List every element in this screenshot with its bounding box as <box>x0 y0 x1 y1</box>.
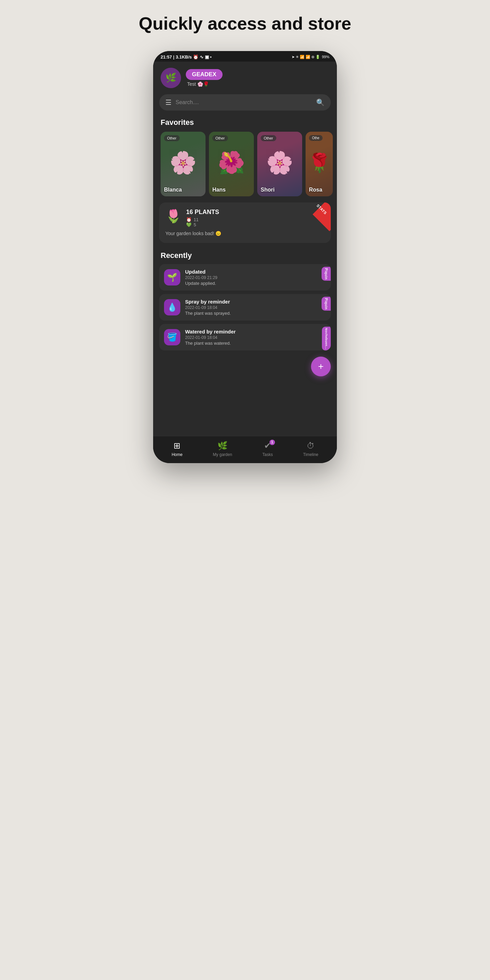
activity-plant-nochebuena: Nochebuen... <box>322 327 331 350</box>
home-icon: ⊞ <box>173 441 180 450</box>
fav-badge-hans: Other <box>212 135 228 141</box>
stats-heart-row: 💚 5 <box>186 222 219 227</box>
activity-item-watered[interactable]: 🪣 Watered by reminder 2022-01-09 18:04 T… <box>159 324 331 350</box>
activity-action-watered: Watered by reminder <box>185 329 326 334</box>
timeline-icon: ⏱ <box>307 441 315 450</box>
fav-name-shori: Shori <box>261 187 275 193</box>
activity-date-watered: 2022-01-09 18:04 <box>185 335 326 340</box>
tasks-badge: 1 <box>269 440 275 445</box>
activity-desc-updated: Update applied. <box>185 281 326 286</box>
activity-icon-spray: 💧 <box>164 299 180 315</box>
page-headline: Quickly access and store <box>139 14 351 34</box>
activity-icon-watered: 🪣 <box>164 329 180 345</box>
nav-label-garden: My garden <box>213 452 232 457</box>
add-button[interactable]: + <box>311 356 331 376</box>
activity-body-watered: Watered by reminder 2022-01-09 18:04 The… <box>185 329 326 346</box>
fav-card-blanca[interactable]: Other Blanca <box>161 132 205 196</box>
fav-name-rosa: Rosa <box>309 187 322 193</box>
menu-icon[interactable]: ☰ <box>165 98 172 107</box>
activity-desc-spray: The plant was sprayed. <box>185 311 326 316</box>
favorites-scroll: Other Blanca Other Hans Other Shori <box>153 132 337 196</box>
activity-date-spray: 2022-01-09 18:04 <box>185 305 326 310</box>
stats-info: 16 PLANTS ⏰ 11 💚 5 <box>186 208 219 227</box>
stats-top: 🌷 16 PLANTS ⏰ 11 💚 5 <box>165 208 325 227</box>
nav-label-home: Home <box>172 452 182 457</box>
nav-item-timeline[interactable]: ⏱ Timeline <box>303 441 318 457</box>
search-bar[interactable]: ☰ Search.... 🔍 <box>159 94 331 111</box>
app-content: 🌿 GEADEX Test 🌸🌹 ☰ Search.... 🔍 Favorite… <box>153 62 337 436</box>
app-header: 🌿 GEADEX Test 🌸🌹 <box>153 62 337 93</box>
activity-item-spray[interactable]: 💧 Spray by reminder 2022-01-09 18:04 The… <box>159 294 331 321</box>
search-input[interactable]: Search.... <box>176 99 312 105</box>
fav-card-rosa[interactable]: Othe Rosa <box>305 132 333 196</box>
phone-shell: 21:57 | 3.1KB/s ⏰ ∿ ▣ ▪ ➤ ✳ 📶 📶 ⊛ 🔋 99% … <box>153 51 337 463</box>
activity-plant-piquin-2: Piquin <box>321 297 331 311</box>
recently-title: Recently <box>153 245 337 264</box>
activity-desc-watered: The plant was watered. <box>185 340 326 346</box>
stats-alarm-row: ⏰ 11 <box>186 217 219 222</box>
nav-label-timeline: Timeline <box>303 452 318 457</box>
activity-item-updated[interactable]: 🌱 Updated 2022-01-09 21:29 Update applie… <box>159 264 331 291</box>
fav-card-shori[interactable]: Other Shori <box>257 132 302 196</box>
favorites-title: Favorites <box>153 116 337 132</box>
brand-badge[interactable]: GEADEX <box>186 69 223 80</box>
activity-icon-updated: 🌱 <box>164 269 180 285</box>
fav-name-hans: Hans <box>212 187 226 193</box>
status-bar: 21:57 | 3.1KB/s ⏰ ∿ ▣ ▪ ➤ ✳ 📶 📶 ⊛ 🔋 99% <box>153 51 337 62</box>
user-subtitle: Test 🌸🌹 <box>186 81 223 87</box>
header-info: GEADEX Test 🌸🌹 <box>186 69 223 87</box>
stats-card[interactable]: STATS 🌷 16 PLANTS ⏰ 11 💚 5 <box>159 202 331 243</box>
activity-plant-piquin-1: Piquin <box>321 267 331 281</box>
user-avatar: 🌿 <box>161 68 181 88</box>
nav-item-home[interactable]: ⊞ Home <box>172 441 182 457</box>
stats-plant-icon: 🌷 <box>165 208 181 224</box>
search-icon[interactable]: 🔍 <box>316 98 325 107</box>
activity-body-updated: Updated 2022-01-09 21:29 Update applied. <box>185 269 326 286</box>
stats-plant-count: 16 PLANTS <box>186 208 219 216</box>
nav-item-tasks[interactable]: ✔ 1 Tasks <box>262 441 273 457</box>
fav-card-hans[interactable]: Other Hans <box>209 132 254 196</box>
stats-message: Your garden looks bad! 😑 <box>165 231 325 236</box>
activity-action-spray: Spray by reminder <box>185 299 326 305</box>
activity-list: 🌱 Updated 2022-01-09 21:29 Update applie… <box>153 264 337 350</box>
activity-action-updated: Updated <box>185 269 326 275</box>
fav-badge-rosa: Othe <box>309 135 323 141</box>
status-time-network: 21:57 | 3.1KB/s ⏰ ∿ ▣ ▪ <box>161 54 212 60</box>
activity-body-spray: Spray by reminder 2022-01-09 18:04 The p… <box>185 299 326 316</box>
bottom-nav: ⊞ Home 🌿 My garden ✔ 1 Tasks ⏱ Timeline <box>153 436 337 463</box>
status-right-icons: ➤ ✳ 📶 📶 ⊛ 🔋 99% <box>292 55 329 59</box>
garden-icon: 🌿 <box>218 441 228 450</box>
nav-item-garden[interactable]: 🌿 My garden <box>213 441 232 457</box>
fav-badge-shori: Other <box>261 135 276 141</box>
fav-name-blanca: Blanca <box>164 187 182 193</box>
nav-label-tasks: Tasks <box>262 452 273 457</box>
page-wrapper: Quickly access and store 21:57 | 3.1KB/s… <box>123 14 368 463</box>
fab-container: + <box>159 356 331 376</box>
fav-badge-blanca: Other <box>164 135 180 141</box>
activity-date-updated: 2022-01-09 21:29 <box>185 275 326 280</box>
